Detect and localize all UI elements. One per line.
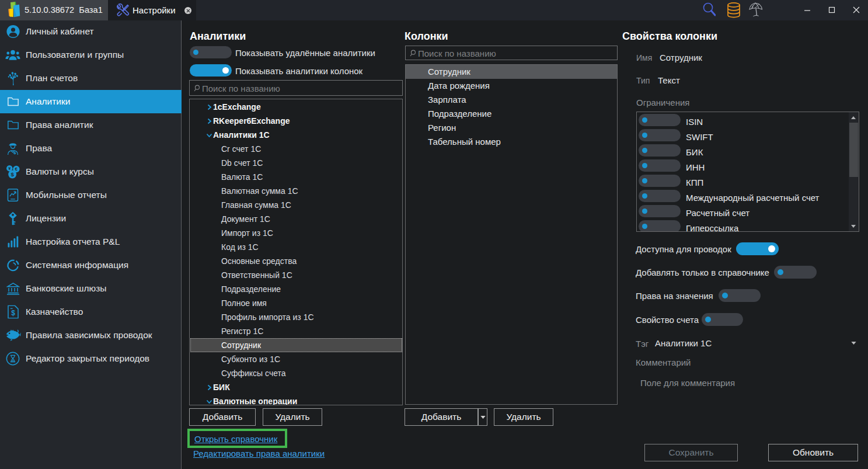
svg-text:$: $ xyxy=(11,309,15,317)
svg-text:€: € xyxy=(15,166,18,172)
svg-text:$: $ xyxy=(11,171,14,178)
